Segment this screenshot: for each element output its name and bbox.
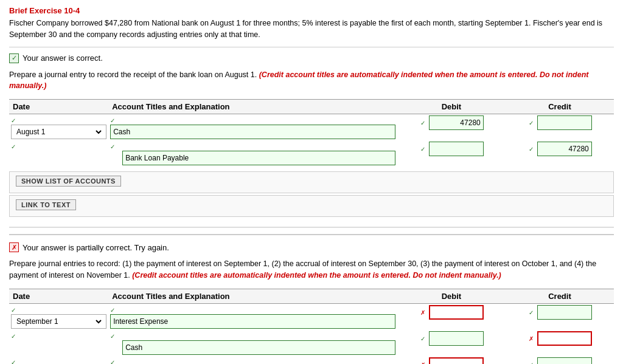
account-cell-s3: ✓: [108, 356, 397, 365]
debit-input-s2[interactable]: [429, 331, 484, 346]
account-check-s2: ✓: [110, 333, 117, 340]
col-debit-1: Debit: [397, 100, 506, 114]
col-date-2: Date: [9, 289, 108, 303]
partial-icon: ✗: [9, 242, 19, 252]
debit-check-s2: ✓: [419, 335, 426, 342]
credit-cell-2: ✓: [506, 140, 614, 167]
debit-cross-s3: ✗: [419, 362, 426, 365]
table-row: ✓ August 1 ✓ ✓: [9, 114, 614, 141]
account-check-s3: ✓: [110, 359, 117, 365]
instruction-italic-2: (Credit account titles are automatically…: [132, 271, 501, 280]
credit-check-s1: ✓: [527, 309, 535, 316]
link-to-text-section: LINK TO TEXT: [9, 195, 614, 217]
credit-cell-s3: ✓: [506, 356, 614, 365]
status-text-2: Your answer is partially correct. Try ag…: [23, 243, 169, 252]
exercise-description: Fischer Company borrowed $47,280 from Na…: [9, 18, 614, 41]
credit-cell-s2: ✗: [506, 330, 614, 356]
row-check-s2: ✓: [11, 333, 18, 340]
credit-input-s3[interactable]: [537, 357, 592, 365]
status-text-1: Your answer is correct.: [23, 53, 103, 63]
col-credit-2: Credit: [506, 289, 614, 303]
account-cell-s2: ✓: [108, 330, 397, 356]
section-1: Brief Exercise 10-4 Fischer Company borr…: [9, 6, 614, 217]
correct-icon: ✓: [9, 53, 19, 63]
date-select-1[interactable]: August 1: [14, 127, 103, 137]
account-check-1: ✓: [110, 117, 117, 124]
credit-cross-s2: ✗: [527, 335, 535, 342]
account-input-2[interactable]: [122, 151, 395, 165]
debit-input-2[interactable]: [429, 142, 484, 156]
debit-input-1[interactable]: [429, 115, 484, 130]
table-row: ✓ September 1 ✓ ✗: [9, 303, 614, 330]
credit-check-1: ✓: [527, 120, 535, 126]
link-to-text-button[interactable]: LINK TO TEXT: [16, 199, 76, 210]
row-check-s3: ✓: [11, 359, 18, 365]
col-account-1: Account Titles and Explanation: [108, 100, 397, 114]
col-credit-1: Credit: [506, 100, 614, 114]
col-date-1: Date: [9, 100, 108, 114]
journal-table-2: Date Account Titles and Explanation Debi…: [9, 289, 614, 365]
row-check-s1: ✓: [11, 307, 18, 314]
credit-input-s2[interactable]: [537, 331, 592, 346]
debit-cell-s1: ✗: [397, 303, 506, 330]
debit-check-1: ✓: [419, 120, 426, 126]
date-select-wrapper-s1[interactable]: September 1: [11, 314, 106, 329]
date-cell-s1: ✓ September 1: [9, 303, 108, 330]
debit-cell-1: ✓: [397, 114, 506, 141]
date-select-wrapper-1[interactable]: August 1: [11, 125, 106, 139]
table-row: ✓ September 30 ✓ ✗: [9, 356, 614, 365]
table-row: ✓ ✓ ✓ ✓: [9, 140, 614, 167]
credit-cell-1: ✓: [506, 114, 614, 141]
answer-status-2: ✗ Your answer is partially correct. Try …: [9, 242, 614, 252]
journal-table-1: Date Account Titles and Explanation Debi…: [9, 99, 614, 167]
account-input-1[interactable]: [110, 125, 395, 139]
account-cell-s1: ✓: [108, 303, 397, 330]
account-cell-1: ✓: [108, 114, 397, 141]
account-input-s1[interactable]: [110, 314, 395, 329]
account-check-2: ✓: [110, 143, 117, 150]
table-row: ✓ ✓ ✓ ✗: [9, 330, 614, 356]
debit-cell-s3: ✗: [397, 356, 506, 365]
date-cell-1: ✓ August 1: [9, 114, 108, 141]
debit-cell-s2: ✓: [397, 330, 506, 356]
col-account-2: Account Titles and Explanation: [108, 289, 397, 303]
date-check-1: ✓: [11, 117, 18, 124]
credit-check-s3: ✓: [527, 362, 535, 365]
instruction-2: Prepare journal entries to record: (1) t…: [9, 258, 614, 281]
answer-status-1: ✓ Your answer is correct.: [9, 53, 614, 63]
date-cell-s3: ✓ September 30: [9, 356, 108, 365]
date-cell-2: ✓: [9, 140, 108, 167]
credit-input-s1[interactable]: [537, 305, 592, 320]
credit-input-1[interactable]: [537, 115, 592, 130]
page-container: Brief Exercise 10-4 Fischer Company borr…: [0, 0, 623, 364]
col-debit-2: Debit: [397, 289, 506, 303]
date-check-2: ✓: [11, 143, 18, 150]
account-input-s2[interactable]: [122, 340, 395, 355]
show-list-button[interactable]: SHOW LIST OF ACCOUNTS: [16, 176, 121, 187]
debit-input-s1[interactable]: [429, 305, 484, 320]
account-cell-2: ✓: [108, 140, 397, 167]
date-cell-s2: ✓: [9, 330, 108, 356]
divider-1: [9, 47, 614, 47]
debit-check-2: ✓: [419, 146, 426, 153]
date-select-s1[interactable]: September 1: [14, 317, 103, 326]
instruction-1: Prepare a journal entry to record the re…: [9, 69, 614, 92]
credit-input-2[interactable]: [537, 142, 592, 156]
exercise-title: Brief Exercise 10-4: [9, 6, 614, 15]
credit-cell-s1: ✓: [506, 303, 614, 330]
section-2: ✗ Your answer is partially correct. Try …: [9, 234, 614, 364]
links-section: SHOW LIST OF ACCOUNTS: [9, 171, 614, 193]
credit-check-2: ✓: [527, 146, 535, 153]
account-check-s1: ✓: [110, 307, 117, 314]
debit-cross-s1: ✗: [419, 309, 426, 316]
debit-cell-2: ✓: [397, 140, 506, 167]
divider-2: [9, 227, 614, 228]
debit-input-s3[interactable]: [429, 357, 484, 365]
